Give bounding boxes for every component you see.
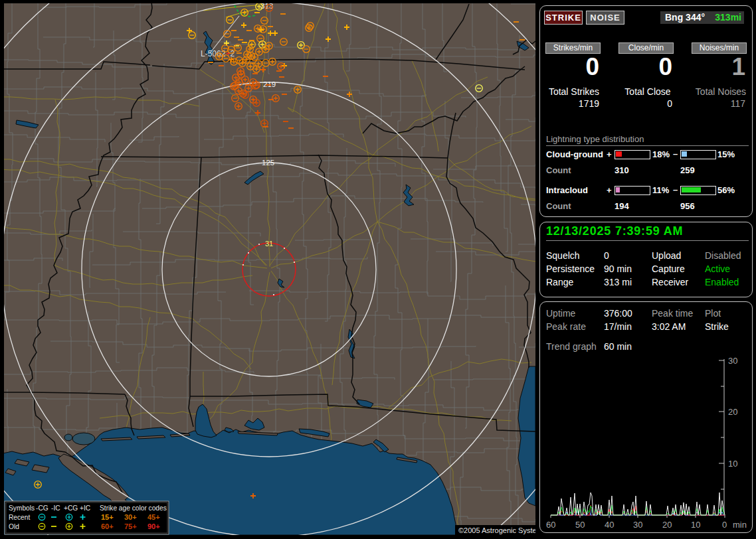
svg-text:min: min [733, 520, 747, 530]
svg-text:20: 20 [662, 520, 672, 530]
svg-text:Old: Old [9, 523, 19, 530]
svg-text:20: 20 [728, 407, 737, 417]
svg-text:Symbols: Symbols [9, 504, 35, 512]
svg-text:+IC: +IC [80, 504, 90, 512]
svg-text:30: 30 [633, 520, 642, 530]
svg-text:10: 10 [728, 459, 737, 469]
svg-text:-CG: -CG [36, 504, 48, 512]
svg-text:90+: 90+ [147, 522, 160, 530]
svg-text:75+: 75+ [124, 522, 137, 530]
svg-text:31: 31 [265, 240, 273, 248]
svg-text:Recent: Recent [9, 514, 30, 521]
svg-text:30+: 30+ [124, 513, 137, 521]
svg-text:©2005 Astrogenic Systems: ©2005 Astrogenic Systems [458, 526, 535, 534]
svg-text:-IC: -IC [51, 504, 60, 512]
svg-text:40: 40 [605, 520, 614, 530]
svg-text:50: 50 [575, 520, 585, 530]
svg-text:Strike age color codes: Strike age color codes [100, 504, 167, 512]
svg-text:30: 30 [728, 356, 737, 366]
svg-text:0: 0 [722, 520, 727, 530]
svg-text:60: 60 [546, 520, 555, 530]
svg-text:219: 219 [263, 80, 276, 88]
svg-text:10: 10 [691, 520, 700, 530]
svg-text:45+: 45+ [147, 513, 160, 521]
svg-text:15+: 15+ [101, 513, 114, 521]
svg-text:125: 125 [262, 159, 274, 167]
svg-text:+CG: +CG [64, 504, 78, 512]
svg-text:L-5062+2: L-5062+2 [201, 49, 235, 58]
svg-text:60+: 60+ [101, 522, 114, 530]
